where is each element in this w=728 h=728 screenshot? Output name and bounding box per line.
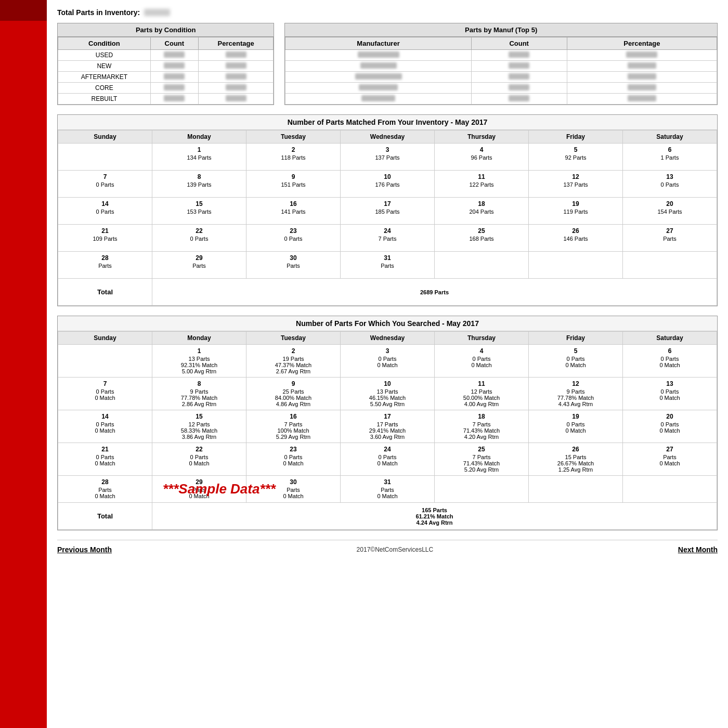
total-parts-value xyxy=(144,9,170,16)
total-line3: 4.24 Avg Rtrn xyxy=(416,519,452,526)
search-day-cell: 60 Parts0 Match xyxy=(623,345,717,378)
search-day-cell: 230 Parts0 Match xyxy=(246,443,341,476)
pct-cell xyxy=(198,83,273,94)
count-cell xyxy=(471,61,567,72)
parts-by-manuf-section: Parts by Manuf (Top 5) Manufacturer Coun… xyxy=(284,23,718,105)
sidebar-top xyxy=(0,0,47,21)
search-day-cell xyxy=(58,345,152,378)
calendar-day-cell: 17185 Parts xyxy=(341,198,435,225)
cal-header-mon: Monday xyxy=(152,131,246,144)
search-day-cell: 28Parts0 Match xyxy=(58,476,152,503)
calendar-day-cell: 130 Parts xyxy=(623,171,717,198)
search-day-cell: 200 Parts0 Match xyxy=(623,410,717,443)
search-day-cell: 925 Parts84.00% Match4.86 Avg Rtrn xyxy=(246,378,341,410)
pct-cell xyxy=(567,61,717,72)
inventory-calendar-title: Number of Parts Matched From Your Invent… xyxy=(58,115,717,130)
search-day-cell: 29Parts0 Match ***Sample Data*** xyxy=(152,476,246,503)
calendar-week-row: 70 Parts 8139 Parts 9151 Parts 10176 Par… xyxy=(58,171,717,198)
calendar-day-cell: 247 Parts xyxy=(341,225,435,252)
calendar-day-cell: 220 Parts xyxy=(152,225,246,252)
search-day-cell: 113 Parts92.31% Match5.00 Avg Rtrn xyxy=(152,345,246,378)
total-parts-label: Total Parts in Inventory: xyxy=(57,8,140,17)
calendar-day-cell: 9151 Parts xyxy=(246,171,341,198)
search-day-cell xyxy=(435,476,529,503)
pct-cell xyxy=(567,83,717,94)
calendar-day-cell xyxy=(58,144,152,171)
calendar-day-cell: 31Parts xyxy=(341,252,435,279)
manuf-cell xyxy=(285,83,471,94)
search-day-cell: 220 Parts0 Match xyxy=(152,443,246,476)
search-calendar-table: Sunday Monday Tuesday Wednesday Thursday… xyxy=(58,331,717,530)
calendar-day-cell: 28Parts xyxy=(58,252,152,279)
total-label: Total xyxy=(58,279,152,306)
cal-header-sat: Saturday xyxy=(623,332,717,345)
calendar-day-cell: 25168 Parts xyxy=(435,225,529,252)
search-total-value: 165 Parts 61.21% Match 4.24 Avg Rtrn xyxy=(152,503,717,530)
copyright-text: 2017©NetComServicesLLC xyxy=(357,546,434,553)
parts-by-manuf-title: Parts by Manuf (Top 5) xyxy=(285,23,717,37)
inventory-total-value: 2689 Parts xyxy=(152,279,717,306)
prev-month-link[interactable]: Previous Month xyxy=(57,545,112,554)
calendar-day-cell xyxy=(435,252,529,279)
search-day-cell: 1112 Parts50.00% Match4.00 Avg Rtrn xyxy=(435,378,529,410)
calendar-day-cell xyxy=(529,252,623,279)
pct-cell xyxy=(198,94,273,105)
inventory-calendar-table: Sunday Monday Tuesday Wednesday Thursday… xyxy=(58,130,717,306)
count-cell xyxy=(150,50,198,61)
calendar-week-row: 21109 Parts 220 Parts 230 Parts 247 Part… xyxy=(58,225,717,252)
search-day-cell: 190 Parts0 Match xyxy=(529,410,623,443)
search-day-cell: 140 Parts0 Match xyxy=(58,410,152,443)
next-month-link[interactable]: Next Month xyxy=(678,545,718,554)
table-row xyxy=(285,72,717,83)
calendar-day-cell: 19119 Parts xyxy=(529,198,623,225)
count-cell xyxy=(471,83,567,94)
calendar-day-cell: 16141 Parts xyxy=(246,198,341,225)
calendar-day-cell: 8139 Parts xyxy=(152,171,246,198)
table-row: AFTERMARKET xyxy=(58,72,274,83)
count-cell xyxy=(150,83,198,94)
pct-cell xyxy=(567,94,717,105)
cal-header-sat: Saturday xyxy=(623,131,717,144)
cal-header-fri: Friday xyxy=(529,332,623,345)
inventory-calendar-section: Number of Parts Matched From Your Invent… xyxy=(57,114,718,306)
footer: Previous Month 2017©NetComServicesLLC Ne… xyxy=(57,540,718,554)
calendar-day-cell: 12137 Parts xyxy=(529,171,623,198)
cal-header-mon: Monday xyxy=(152,332,246,345)
condition-cell: NEW xyxy=(58,61,151,72)
calendar-week-row: 70 Parts0 Match 89 Parts77.78% Match2.86… xyxy=(58,378,717,410)
table-row xyxy=(285,94,717,105)
calendar-day-cell: 2118 Parts xyxy=(246,144,341,171)
percentage-header: Percentage xyxy=(567,37,717,50)
parts-by-condition-section: Parts by Condition Condition Count Perce… xyxy=(57,23,274,105)
calendar-day-cell: 11122 Parts xyxy=(435,171,529,198)
table-row: NEW xyxy=(58,61,274,72)
count-cell xyxy=(471,72,567,83)
calendar-day-cell: 592 Parts xyxy=(529,144,623,171)
calendar-week-row: 28Parts0 Match 29Parts0 Match ***Sample … xyxy=(58,476,717,503)
search-day-cell: 50 Parts0 Match xyxy=(529,345,623,378)
calendar-day-cell: 20154 Parts xyxy=(623,198,717,225)
search-day-cell: 1512 Parts58.33% Match3.86 Avg Rtrn xyxy=(152,410,246,443)
condition-cell: AFTERMARKET xyxy=(58,72,151,83)
cal-header-wed: Wednesday xyxy=(341,332,435,345)
table-row: CORE xyxy=(58,83,274,94)
table-row xyxy=(285,61,717,72)
search-day-cell: 130 Parts0 Match xyxy=(623,378,717,410)
calendar-week-row: 210 Parts0 Match 220 Parts0 Match 230 Pa… xyxy=(58,443,717,476)
cal-header-thu: Thursday xyxy=(435,131,529,144)
search-day-cell: 167 Parts100% Match5.29 Avg Rtrn xyxy=(246,410,341,443)
calendar-week-row: 113 Parts92.31% Match5.00 Avg Rtrn 219 P… xyxy=(58,345,717,378)
table-row xyxy=(285,83,717,94)
cal-header-tue: Tuesday xyxy=(246,131,341,144)
manuf-cell xyxy=(285,50,471,61)
cal-header-tue: Tuesday xyxy=(246,332,341,345)
pct-cell xyxy=(198,72,273,83)
search-day-cell: 30Parts0 Match xyxy=(246,476,341,503)
condition-cell: REBUILT xyxy=(58,94,151,105)
pct-cell xyxy=(567,50,717,61)
search-day-cell xyxy=(623,476,717,503)
manufacturer-header: Manufacturer xyxy=(285,37,471,50)
calendar-week-row: 1134 Parts 2118 Parts 3137 Parts 496 Par… xyxy=(58,144,717,171)
search-total-row: Total 165 Parts 61.21% Match 4.24 Avg Rt… xyxy=(58,503,717,530)
search-day-cell: 1013 Parts46.15% Match5.50 Avg Rtrn xyxy=(341,378,435,410)
